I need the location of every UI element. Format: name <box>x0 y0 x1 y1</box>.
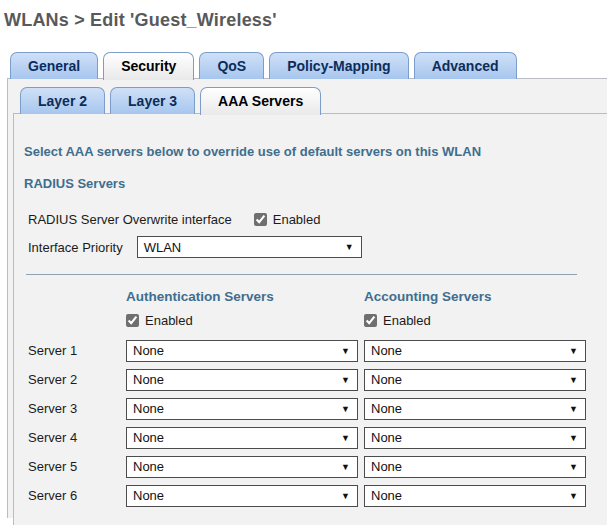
server-3-label: Server 3 <box>28 401 126 416</box>
server-1-acct-value: None <box>371 343 402 358</box>
server-4-acct-dropdown[interactable]: None ▼ <box>364 427 586 449</box>
interface-priority-row: Interface Priority WLAN ▼ <box>28 236 607 258</box>
server-table: Server 1 None ▼ None ▼ Server 2 None ▼ N… <box>24 336 607 510</box>
acct-enabled-cell: Enabled <box>364 313 431 328</box>
dropdown-arrow-icon: ▼ <box>341 433 350 443</box>
sub-tab-bar: Layer 2 Layer 3 AAA Servers <box>8 79 607 114</box>
server-row-3: Server 3 None ▼ None ▼ <box>28 394 607 423</box>
dropdown-arrow-icon: ▼ <box>569 433 578 443</box>
dropdown-arrow-icon: ▼ <box>341 404 350 414</box>
server-1-label: Server 1 <box>28 343 126 358</box>
server-2-acct-value: None <box>371 372 402 387</box>
server-2-auth-value: None <box>133 372 164 387</box>
dropdown-arrow-icon: ▼ <box>569 346 578 356</box>
interface-priority-dropdown[interactable]: WLAN ▼ <box>137 236 362 258</box>
server-6-label: Server 6 <box>28 488 126 503</box>
tab-general[interactable]: General <box>10 52 98 79</box>
server-6-acct-dropdown[interactable]: None ▼ <box>364 485 586 507</box>
server-1-acct-dropdown[interactable]: None ▼ <box>364 340 586 362</box>
tab-layer3[interactable]: Layer 3 <box>110 87 195 114</box>
tab-advanced[interactable]: Advanced <box>414 52 517 79</box>
tab-security[interactable]: Security <box>103 52 194 80</box>
tab-layer2[interactable]: Layer 2 <box>20 87 105 114</box>
server-row-6: Server 6 None ▼ None ▼ <box>28 481 607 510</box>
server-4-auth-value: None <box>133 430 164 445</box>
radius-overwrite-checkbox[interactable] <box>254 213 267 226</box>
security-tab-panel: Layer 2 Layer 3 AAA Servers Select AAA s… <box>7 78 607 518</box>
server-4-acct-value: None <box>371 430 402 445</box>
tab-qos[interactable]: QoS <box>199 52 264 79</box>
main-tab-bar: General Security QoS Policy-Mapping Adva… <box>0 52 607 79</box>
server-5-auth-value: None <box>133 459 164 474</box>
dropdown-arrow-icon: ▼ <box>569 491 578 501</box>
server-6-auth-value: None <box>133 488 164 503</box>
auth-enabled-label: Enabled <box>145 313 193 328</box>
dropdown-arrow-icon: ▼ <box>341 491 350 501</box>
dropdown-arrow-icon: ▼ <box>569 462 578 472</box>
auth-enabled-cell: Enabled <box>126 313 364 328</box>
acct-enabled-label: Enabled <box>383 313 431 328</box>
server-5-acct-value: None <box>371 459 402 474</box>
intro-text: Select AAA servers below to override use… <box>24 144 607 159</box>
server-3-auth-value: None <box>133 401 164 416</box>
server-1-auth-dropdown[interactable]: None ▼ <box>126 340 358 362</box>
radius-overwrite-row: RADIUS Server Overwrite interface Enable… <box>28 208 607 230</box>
server-5-auth-dropdown[interactable]: None ▼ <box>126 456 358 478</box>
interface-priority-label: Interface Priority <box>28 240 123 255</box>
tab-aaa-servers[interactable]: AAA Servers <box>200 87 321 115</box>
server-row-1: Server 1 None ▼ None ▼ <box>28 336 607 365</box>
server-4-auth-dropdown[interactable]: None ▼ <box>126 427 358 449</box>
server-6-acct-value: None <box>371 488 402 503</box>
enabled-checkbox-row: Enabled Enabled <box>126 313 607 328</box>
radius-overwrite-label: RADIUS Server Overwrite interface <box>28 212 232 227</box>
tab-policy-mapping[interactable]: Policy-Mapping <box>269 52 408 79</box>
auth-enabled-checkbox[interactable] <box>126 314 139 327</box>
dropdown-arrow-icon: ▼ <box>341 462 350 472</box>
server-2-label: Server 2 <box>28 372 126 387</box>
server-3-acct-dropdown[interactable]: None ▼ <box>364 398 586 420</box>
dropdown-arrow-icon: ▼ <box>345 242 354 252</box>
server-2-acct-dropdown[interactable]: None ▼ <box>364 369 586 391</box>
page-title: WLANs > Edit 'Guest_Wireless' <box>0 0 607 31</box>
dropdown-arrow-icon: ▼ <box>569 404 578 414</box>
acct-enabled-checkbox[interactable] <box>364 314 377 327</box>
server-6-auth-dropdown[interactable]: None ▼ <box>126 485 358 507</box>
interface-priority-value: WLAN <box>144 240 182 255</box>
server-row-2: Server 2 None ▼ None ▼ <box>28 365 607 394</box>
section-divider <box>26 274 577 275</box>
authentication-servers-header: Authentication Servers <box>126 289 364 304</box>
server-5-acct-dropdown[interactable]: None ▼ <box>364 456 586 478</box>
dropdown-arrow-icon: ▼ <box>341 346 350 356</box>
server-4-label: Server 4 <box>28 430 126 445</box>
radius-servers-heading: RADIUS Servers <box>24 176 607 191</box>
server-2-auth-dropdown[interactable]: None ▼ <box>126 369 358 391</box>
dropdown-arrow-icon: ▼ <box>341 375 350 385</box>
aaa-servers-panel: Select AAA servers below to override use… <box>13 113 607 525</box>
dropdown-arrow-icon: ▼ <box>569 375 578 385</box>
server-row-4: Server 4 None ▼ None ▼ <box>28 423 607 452</box>
server-row-5: Server 5 None ▼ None ▼ <box>28 452 607 481</box>
server-5-label: Server 5 <box>28 459 126 474</box>
radius-overwrite-enabled-label: Enabled <box>273 212 321 227</box>
server-3-acct-value: None <box>371 401 402 416</box>
server-1-auth-value: None <box>133 343 164 358</box>
server-3-auth-dropdown[interactable]: None ▼ <box>126 398 358 420</box>
server-column-headers: Authentication Servers Accounting Server… <box>126 289 607 304</box>
accounting-servers-header: Accounting Servers <box>364 289 492 304</box>
